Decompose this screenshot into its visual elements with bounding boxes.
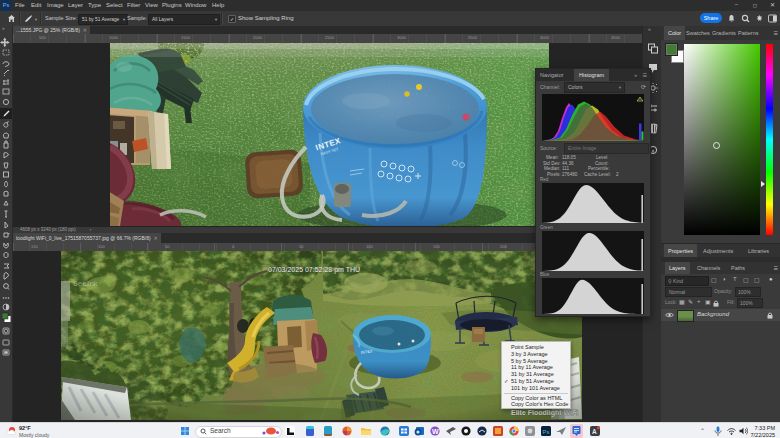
svg-text:A: A xyxy=(592,428,597,435)
svg-text:Ps: Ps xyxy=(542,429,549,435)
svg-text:W: W xyxy=(432,428,439,435)
